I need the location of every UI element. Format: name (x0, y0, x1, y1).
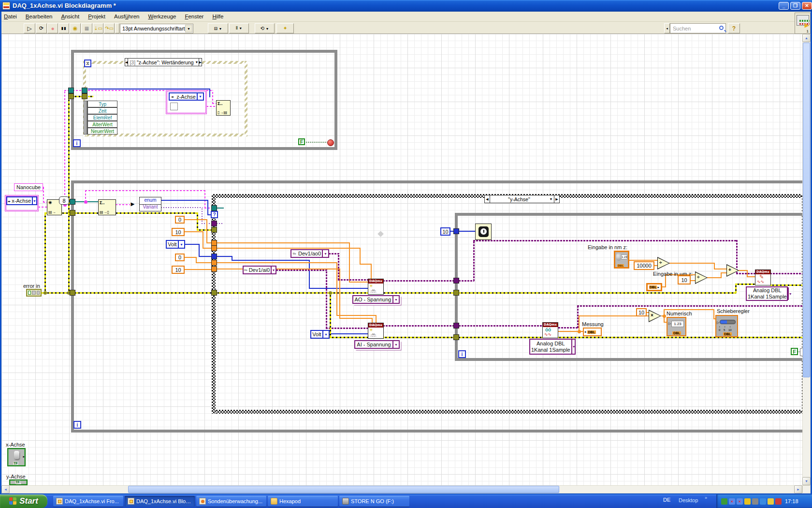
task-wire[interactable] (736, 273, 755, 274)
slider-ticks[interactable]: ι ι ι (719, 325, 732, 328)
daqmx-write-node[interactable]: DAQmx✎∿∿ (755, 269, 771, 285)
menu-datei[interactable]: Datei (4, 14, 17, 19)
taskbar-button-4[interactable]: Hexapod (268, 496, 338, 507)
resize-objects-button[interactable]: ⟲ ▼ (255, 23, 275, 33)
olive-tunnel[interactable] (453, 290, 459, 296)
stop-button[interactable] (327, 139, 334, 146)
dbl-wire[interactable] (721, 272, 727, 273)
enum-wire[interactable] (199, 256, 212, 257)
volt-ring[interactable]: Volt▼ (166, 240, 185, 249)
ao-spannung-selector[interactable]: AO - Spannung▼ (352, 295, 400, 304)
while-loop-main-bottom[interactable] (71, 430, 802, 433)
dbl-wire[interactable] (747, 276, 755, 277)
dbl-tag[interactable]: DBL (587, 330, 596, 334)
taskbar-button-5[interactable]: STORE N GO (F:) (339, 496, 409, 507)
task-wire[interactable] (736, 240, 738, 274)
y-achse-label[interactable]: y-Achse (6, 474, 26, 479)
h-scroll-right-button[interactable]: ► (794, 485, 802, 493)
task-wire[interactable] (459, 280, 474, 282)
ctl-ref-wire[interactable] (212, 90, 213, 104)
purple-tunnel[interactable] (211, 221, 217, 226)
daqmx-header[interactable]: DAQmx (543, 323, 558, 327)
dbl-wire[interactable] (654, 265, 658, 266)
wire-junction[interactable] (84, 200, 87, 204)
messung-label[interactable]: Messung (582, 321, 604, 327)
dropdown-icon[interactable]: ▼ (392, 341, 399, 348)
vi-icon[interactable]: ▶1 (795, 13, 811, 34)
enum-wire[interactable] (309, 260, 310, 289)
y-achse-terminal[interactable]: TF▸ (9, 479, 28, 485)
enum-wire[interactable] (209, 89, 210, 97)
numeric-constant[interactable]: 10 (678, 275, 691, 284)
case-selector[interactable]: ◀"y-Achse"▼▶ (484, 195, 560, 203)
dbl-wire[interactable] (664, 309, 714, 310)
task-wire[interactable] (459, 325, 543, 327)
dbl-wire[interactable] (217, 248, 361, 249)
false-constant[interactable]: F (791, 348, 798, 355)
ctl-ref-wire[interactable] (116, 204, 130, 205)
olive-tunnel[interactable] (211, 290, 217, 296)
error-wire[interactable] (88, 96, 93, 97)
while-loop-event-left[interactable] (71, 50, 74, 150)
dropdown-icon[interactable]: ▼ (271, 267, 276, 273)
iteration-terminal[interactable]: i (73, 139, 81, 147)
dbl-wire[interactable] (203, 231, 203, 249)
error-wire[interactable] (770, 284, 802, 286)
updown-icon[interactable]: ◂▸ (170, 93, 175, 100)
abort-button[interactable]: ● (47, 23, 58, 33)
dropdown-icon[interactable]: ▼ (32, 197, 36, 204)
dropdown-icon[interactable]: ▼ (788, 287, 792, 300)
dropdown-icon[interactable]: ▼ (322, 250, 328, 257)
io-icon[interactable]: I/o (291, 250, 297, 257)
enum-wire[interactable] (328, 333, 368, 334)
multiply-node-symbol[interactable]: × (651, 313, 653, 318)
dbl-wire[interactable] (184, 219, 207, 220)
dbl-wire[interactable] (206, 219, 207, 243)
analog-dbl-read-selector[interactable]: Analog DBL1Kanal 1Sample▼ (529, 339, 576, 355)
task-wire[interactable] (473, 240, 737, 241)
wave-icon[interactable]: ∿∿ (757, 279, 764, 284)
taskbar-button-2[interactable]: DAQ_1xAchse.vi Bloc... (125, 496, 195, 507)
variant-cell[interactable]: Variant (140, 204, 161, 211)
while-loop-inner-top[interactable] (455, 213, 802, 216)
retain-wire-values-button[interactable]: ▦ (81, 23, 92, 33)
menu-werkzeuge[interactable]: Werkzeuge (148, 14, 176, 19)
while-loop-event-bottom[interactable] (71, 147, 337, 150)
run-button[interactable]: ▷ (24, 23, 35, 33)
h-scroll-left-button[interactable]: ◄ (1, 485, 10, 493)
z-achse-label[interactable]: z-Achse (175, 93, 197, 100)
tray-icon-8[interactable] (775, 498, 782, 505)
taskbar-button-1[interactable]: DAQ_1xAchse.vi Fro... (53, 496, 123, 507)
task-wire[interactable] (383, 280, 454, 282)
ctl-ref-wire[interactable] (204, 190, 205, 209)
error-wire[interactable] (735, 284, 755, 285)
dbl-wire[interactable] (336, 315, 377, 316)
wire-junction[interactable] (578, 330, 581, 333)
nanocube-label[interactable]: Nanocube (14, 183, 43, 191)
menu-projekt[interactable]: Projekt (88, 14, 105, 19)
purple-tunnel[interactable] (453, 278, 459, 284)
tf-tag[interactable]: TF (13, 462, 18, 465)
selector-prev-icon[interactable]: ◀ (485, 195, 490, 203)
dbl-wire[interactable] (360, 264, 372, 265)
variant-wire[interactable] (161, 207, 203, 208)
eingabe-um-control[interactable]: DBL▸ (646, 283, 662, 291)
align-objects-button[interactable]: ⊟ ▼ (208, 23, 228, 33)
orange-tunnel[interactable] (211, 260, 217, 266)
daqmx-header[interactable]: DAQmx (368, 279, 383, 284)
divide-node-symbol[interactable]: ÷ (659, 260, 662, 265)
x-achse-label[interactable]: x-Achse (6, 442, 25, 448)
cleanup-diagram-button[interactable]: ✦ (276, 23, 294, 33)
daqmx-create-channel-ai[interactable]: DAQmx✳↔⎍⎍⎍ (368, 323, 384, 339)
task-wire[interactable] (326, 328, 368, 329)
error-wire[interactable] (41, 292, 736, 294)
pulse2-icon[interactable]: ⎍⎍⎍ (370, 290, 376, 294)
desktop-toolbar-label[interactable]: Desktop (679, 497, 698, 503)
add-node-symbol[interactable]: + (728, 267, 731, 272)
dbl-wire[interactable] (714, 269, 727, 269)
v-scroll-up-button[interactable]: ▲ (802, 34, 811, 42)
toggle-icon[interactable] (14, 451, 19, 459)
cursor-mark[interactable] (377, 231, 384, 237)
volt-ring[interactable]: Volt▼ (310, 330, 330, 339)
numeric-constant[interactable]: 10 (440, 227, 450, 236)
